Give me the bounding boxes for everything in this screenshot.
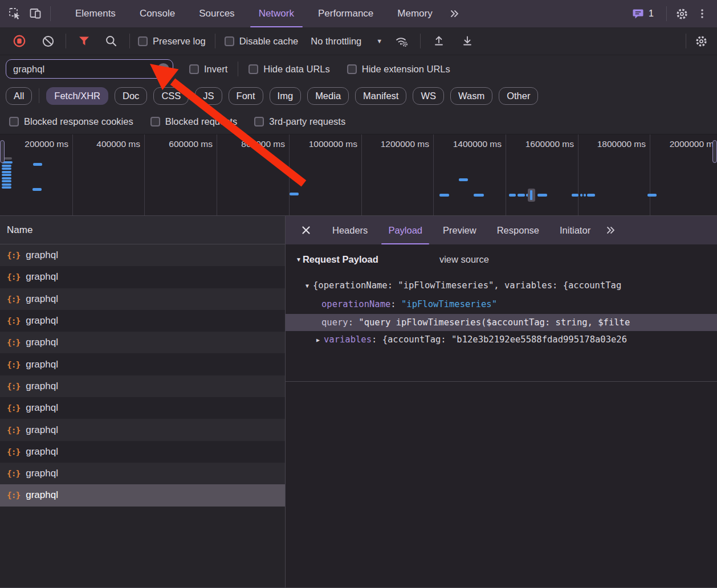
invert-checkbox[interactable]: Invert (189, 64, 227, 75)
timeline-request-bar (587, 194, 595, 197)
divider (129, 34, 130, 48)
request-row[interactable]: {:}graphql (0, 310, 285, 332)
request-row[interactable]: {:}graphql (0, 332, 285, 353)
inspect-element-icon[interactable] (5, 3, 25, 24)
timeline-gridline (578, 134, 579, 215)
collapsed-caret-icon[interactable]: ▶ (316, 337, 320, 343)
record-network-log-icon[interactable] (9, 31, 30, 51)
filter-chip-fetch-xhr[interactable]: Fetch/XHR (46, 87, 108, 105)
device-toolbar-icon[interactable] (25, 3, 46, 24)
network-settings-gear-icon[interactable] (691, 31, 711, 51)
expanded-caret-icon[interactable]: ▼ (305, 283, 309, 289)
filter-chip-img[interactable]: Img (270, 87, 302, 105)
import-har-icon[interactable] (429, 31, 449, 51)
more-detail-tabs-icon[interactable] (601, 220, 621, 240)
json-braces-icon: {:} (7, 316, 20, 325)
json-braces-icon: {:} (7, 360, 20, 369)
request-row[interactable]: {:}graphql (0, 353, 285, 375)
more-tabs-icon[interactable] (445, 3, 465, 24)
filter-chip-ws[interactable]: WS (413, 87, 444, 105)
request-name: graphql (26, 489, 58, 501)
blocked-response-cookies-checkbox[interactable]: Blocked response cookies (9, 116, 133, 127)
settings-gear-icon[interactable] (671, 3, 692, 24)
request-row[interactable]: {:}graphql (0, 463, 285, 484)
3rd-party-requests-label: 3rd-party requests (269, 116, 345, 127)
detail-tab-payload[interactable]: Payload (378, 216, 433, 244)
filter-chip-wasm[interactable]: Wasm (450, 87, 492, 105)
filter-chip-js[interactable]: JS (195, 87, 222, 105)
issues-badge[interactable]: 1 (633, 9, 654, 19)
json-braces-icon: {:} (7, 338, 20, 347)
checkbox[interactable] (150, 117, 160, 126)
request-row[interactable]: {:}graphql (0, 397, 285, 419)
view-source-link[interactable]: view source (439, 254, 489, 265)
main-tab-memory[interactable]: Memory (385, 0, 444, 27)
checkbox[interactable] (189, 64, 199, 74)
main-tab-console[interactable]: Console (128, 0, 187, 27)
filter-chip-other[interactable]: Other (499, 87, 538, 105)
search-icon[interactable] (101, 31, 121, 51)
name-column-header[interactable]: Name (0, 216, 285, 244)
export-har-icon[interactable] (457, 31, 478, 51)
detail-tab-headers[interactable]: Headers (322, 216, 378, 244)
detail-tab-initiator[interactable]: Initiator (549, 216, 601, 244)
network-main-split: Name {:}graphql{:}graphql{:}graphql{:}gr… (0, 216, 717, 588)
filter-funnel-icon[interactable] (74, 31, 94, 51)
main-tab-elements[interactable]: Elements (63, 0, 128, 27)
main-tab-performance[interactable]: Performance (306, 0, 385, 27)
hide-extension-urls-checkbox[interactable]: Hide extension URLs (347, 64, 450, 75)
request-payload-title: Request Payload (303, 254, 378, 265)
overview-left-handle[interactable] (0, 140, 5, 163)
property-key: query (321, 317, 348, 328)
request-name: graphql (26, 337, 58, 348)
detail-tab-response[interactable]: Response (487, 216, 549, 244)
main-tab-network[interactable]: Network (247, 0, 306, 27)
hide-data-urls-checkbox[interactable]: Hide data URLs (248, 64, 329, 75)
request-row[interactable]: {:}graphql (0, 441, 285, 463)
filter-chip-doc[interactable]: Doc (115, 87, 147, 105)
filter-chip-all[interactable]: All (6, 87, 32, 105)
checkbox[interactable] (225, 36, 234, 46)
checkbox[interactable] (248, 64, 258, 74)
detail-tab-preview[interactable]: Preview (433, 216, 487, 244)
timeline-tick-label: 1400000 ms (453, 139, 502, 149)
throttling-select[interactable]: No throttling ▼ (311, 36, 382, 47)
network-conditions-icon[interactable] (392, 31, 412, 51)
main-tab-sources[interactable]: Sources (187, 0, 246, 27)
filter-chip-font[interactable]: Font (229, 87, 263, 105)
checkbox[interactable] (9, 117, 19, 126)
filter-chip-manifest[interactable]: Manifest (355, 87, 406, 105)
request-row[interactable]: {:}graphql (0, 244, 285, 266)
checkbox[interactable] (138, 36, 148, 46)
request-row[interactable]: {:}graphql (0, 288, 285, 310)
payload-summary-line[interactable]: ▼ {operationName: "ipFlowTimeseries", va… (286, 277, 717, 294)
clear-network-log-icon[interactable] (38, 31, 58, 51)
clear-filter-icon[interactable]: ✕ (157, 63, 169, 75)
request-row[interactable]: {:}graphql (0, 266, 285, 288)
filter-input[interactable] (12, 63, 157, 75)
request-name: graphql (26, 271, 58, 283)
overview-right-handle[interactable] (712, 140, 717, 163)
preserve-log-checkbox[interactable]: Preserve log (138, 36, 206, 47)
filter-chip-media[interactable]: Media (307, 87, 349, 105)
request-row[interactable]: {:}graphql (0, 419, 285, 440)
blocked-requests-checkbox[interactable]: Blocked requests (150, 116, 238, 127)
payload-query-line[interactable]: query: "query ipFlowTimeseries($accountT… (286, 314, 717, 331)
request-name: graphql (26, 293, 58, 305)
request-row[interactable]: {:}graphql (0, 484, 285, 506)
filter-chip-css[interactable]: CSS (153, 87, 189, 105)
timeline-request-bar (584, 194, 586, 197)
kebab-menu-icon[interactable] (692, 3, 712, 24)
network-overview-timeline[interactable]: 200000 ms400000 ms600000 ms800000 ms1000… (0, 134, 717, 216)
request-row[interactable]: {:}graphql (0, 375, 285, 397)
payload-operation-line[interactable]: operationName: "ipFlowTimeseries" (286, 296, 717, 313)
checkbox[interactable] (347, 64, 357, 74)
payload-variables-line[interactable]: ▶ variables: {accountTag: "b12e3b2192ee5… (286, 331, 717, 348)
3rd-party-requests-checkbox[interactable]: 3rd-party requests (254, 116, 345, 127)
preserve-log-label: Preserve log (153, 36, 206, 47)
collapse-caret-icon[interactable]: ▼ (296, 256, 302, 263)
checkbox[interactable] (254, 117, 264, 126)
blocked-requests-label: Blocked requests (165, 116, 238, 127)
disable-cache-checkbox[interactable]: Disable cache (225, 36, 299, 47)
close-detail-icon[interactable] (296, 220, 316, 240)
